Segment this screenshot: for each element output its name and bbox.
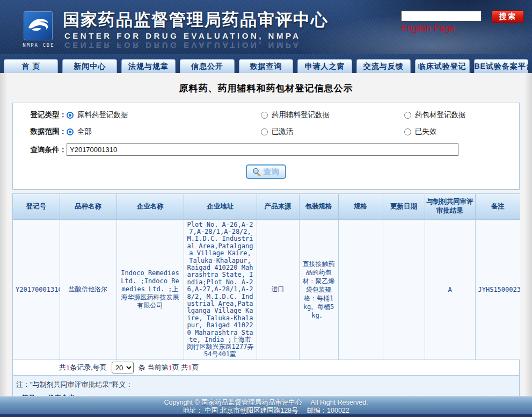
radio-scope-all-label: 全部: [77, 127, 92, 136]
radio-packaging-data-label: 药包材登记数据: [415, 110, 466, 120]
query-condition-row: 查询条件：: [13, 143, 519, 156]
main-navigation: 首 页 新闻中心 法规与规章 信息公开 数据查询 申请人之窗 交流与反馈 临床试…: [0, 54, 532, 73]
data-scope-label: 数据范围：: [13, 127, 67, 136]
query-submit-button[interactable]: 查询: [246, 164, 286, 179]
nmpa-cde-logo: [24, 11, 53, 40]
radio-unselected-icon[interactable]: [261, 112, 268, 119]
nav-tab-feedback[interactable]: 交流与反馈: [356, 59, 411, 73]
col-header-company-name: 企业名称: [116, 194, 184, 219]
pagination-total-pages: 1: [188, 364, 192, 372]
pagination-pages-suffix: 页: [192, 363, 199, 372]
pagination-total-count: 1: [66, 364, 70, 372]
site-title-chinese: 国家药品监督管理局药品审评中心: [63, 9, 329, 31]
magnifier-icon: [252, 168, 261, 176]
nav-tab-applicant[interactable]: 申请人之窗: [297, 59, 352, 73]
radio-scope-all[interactable]: 全部: [67, 127, 261, 136]
radio-unselected-icon[interactable]: [261, 128, 268, 135]
radio-unselected-icon[interactable]: [404, 128, 411, 135]
radio-scope-expired[interactable]: 已失效: [404, 127, 437, 136]
radio-excipient-data[interactable]: 药用辅料登记数据: [261, 110, 404, 120]
query-button-row: 查询: [13, 164, 519, 179]
radio-scope-activated[interactable]: 已激活: [261, 127, 404, 136]
col-header-reg-no: 登记号: [13, 194, 60, 219]
radio-api-data[interactable]: 原料药登记数据: [67, 110, 261, 120]
registration-type-row: 登记类型： 原料药登记数据 药用辅料登记数据 药包材登记数据: [13, 110, 519, 120]
pagination-total-prefix: 共: [59, 363, 66, 372]
col-header-update-date: 更新日期: [383, 194, 425, 219]
pagination-mid-text: 条 当前第: [139, 363, 169, 372]
nav-tab-clinical-trial[interactable]: 临床试验登记: [415, 59, 469, 73]
radio-selected-icon[interactable]: [67, 112, 74, 119]
query-form-panel: 登记类型： 原料药登记数据 药用辅料登记数据 药包材登记数据 数据范围： 全部: [12, 103, 520, 190]
page-size-select[interactable]: 20: [112, 362, 134, 373]
radio-scope-expired-label: 已失效: [415, 127, 437, 136]
registration-type-label: 登记类型：: [13, 110, 67, 120]
nav-tab-be-trial[interactable]: BE试验备案平台: [474, 59, 528, 73]
english-page-link[interactable]: English Page: [401, 23, 455, 34]
site-header: NMPA CDE 国家药品监督管理局药品审评中心 CENTER FOR DRUG…: [0, 0, 532, 54]
query-condition-label: 查询条件：: [13, 145, 67, 155]
cell-company-address: Plot No. A-26,A-27,A-28/1,A-28/2, M.I.D.…: [184, 219, 257, 360]
results-box: 登记号 品种名称 企业名称 企业地址 产品来源 包装规格 规格 更新日期 与制剂…: [12, 193, 520, 397]
col-header-package-spec: 包装规格: [299, 194, 338, 219]
nav-tab-data-query[interactable]: 数据查询: [239, 59, 293, 73]
main-content: 原料药、药用辅料和药包材登记信息公示 登记类型： 原料药登记数据 药用辅料登记数…: [0, 73, 532, 397]
radio-excipient-data-label: 药用辅料登记数据: [272, 110, 330, 120]
data-scope-row: 数据范围： 全部 已激活 已失效: [13, 127, 519, 136]
site-title-english-reflection: CENTER FOR DRUG EVALUATION, NMPA: [64, 41, 301, 50]
pagination-bar: 共1条记录,每页 20 条 当前第 1页 共 1 页: [13, 360, 519, 375]
logo-swirl-icon: [24, 12, 52, 40]
results-table: 登记号 品种名称 企业名称 企业地址 产品来源 包装规格 规格 更新日期 与制剂…: [13, 194, 520, 360]
nav-tab-information[interactable]: 信息公开: [180, 59, 234, 73]
nav-tab-home[interactable]: 首 页: [4, 59, 58, 73]
cell-joint-review-result: A: [425, 219, 475, 360]
cell-package-spec: 直接接触药品的药包材：聚乙烯袋包装规格：每桶1kg。每桶5kg。: [299, 219, 338, 360]
site-title-english: CENTER FOR DRUG EVALUATION, NMPA: [64, 31, 301, 40]
header-search-button[interactable]: 搜索: [492, 10, 524, 23]
cell-remark: JYHS1500023: [475, 219, 520, 360]
results-header-row: 登记号 品种名称 企业名称 企业地址 产品来源 包装规格 规格 更新日期 与制剂…: [13, 194, 520, 219]
radio-selected-icon[interactable]: [67, 128, 74, 135]
col-header-origin: 产品来源: [257, 194, 299, 219]
logo-caption: NMPA CDE: [18, 42, 59, 48]
footer-copyright: Copyright © 国家药品监督管理局药品审评中心 All Right Re…: [0, 399, 532, 407]
pagination-current-page: 1: [168, 364, 172, 372]
radio-api-data-label: 原料药登记数据: [77, 110, 128, 120]
cell-company-name: Indoco Remedies Ltd. ;Indoco Remedies Lt…: [116, 219, 184, 360]
col-header-joint-review: 与制剂共同审评审批结果: [425, 194, 475, 219]
pagination-pages-mid: 页 共: [172, 363, 188, 372]
table-row: Y20170001310 盐酸倍他洛尔 Indoco Remedies Ltd.…: [13, 219, 520, 360]
radio-unselected-icon[interactable]: [404, 112, 411, 119]
query-condition-input[interactable]: [67, 143, 458, 156]
cell-product-name: 盐酸倍他洛尔: [60, 219, 116, 360]
cell-reg-no: Y20170001310: [13, 219, 60, 360]
notes-section: 注："与制剂共同审评审批结果"释义： 符号 代表含义 A 已批准在上市制剂使用的…: [13, 375, 519, 397]
col-header-company-address: 企业地址: [184, 194, 257, 219]
nav-tab-news[interactable]: 新闻中心: [62, 59, 116, 73]
radio-packaging-data[interactable]: 药包材登记数据: [404, 110, 466, 120]
col-header-product-name: 品种名称: [60, 194, 116, 219]
col-header-spec: 规格: [338, 194, 383, 219]
query-button-label: 查询: [264, 167, 280, 177]
cell-update-date: [383, 219, 425, 360]
site-footer: Copyright © 国家药品监督管理局药品审评中心 All Right Re…: [0, 396, 532, 417]
footer-address: 地址： 中国 北京市朝阳区建国路128号 邮编：100022: [0, 407, 532, 415]
col-header-remark: 备注: [475, 194, 520, 219]
page-title: 原料药、药用辅料和药包材登记信息公示: [0, 73, 532, 101]
notes-title: 注："与制剂共同审评审批结果"释义：: [16, 380, 514, 390]
header-search-input[interactable]: [401, 11, 482, 21]
radio-scope-activated-label: 已激活: [272, 127, 294, 136]
cell-origin: 进口: [257, 219, 299, 360]
cell-spec: [338, 219, 383, 360]
nav-tab-regulations[interactable]: 法规与规章: [121, 59, 176, 73]
pagination-total-suffix: 条记录,每页: [70, 363, 107, 372]
